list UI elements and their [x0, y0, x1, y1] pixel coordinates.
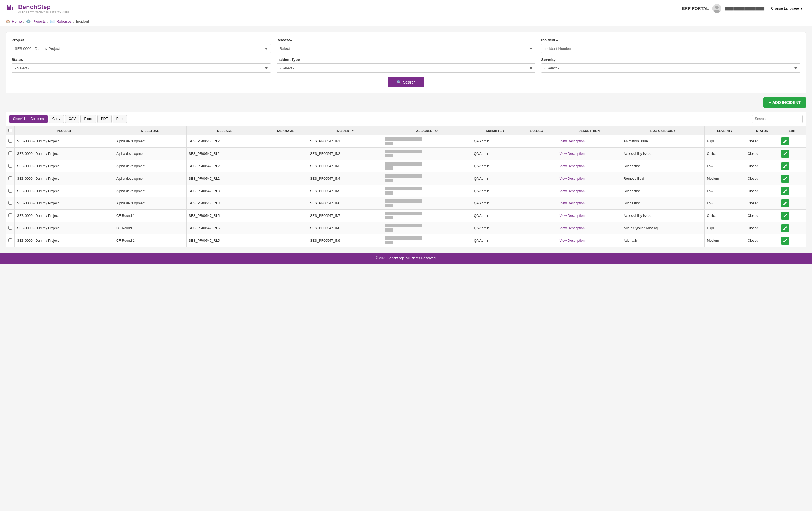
cell-description[interactable]: View Description — [557, 185, 621, 197]
cell-severity: Critical — [704, 209, 745, 222]
breadcrumb-home[interactable]: Home — [12, 19, 22, 24]
cell-milestone: Alpha development — [114, 160, 186, 172]
cell-description[interactable]: View Description — [557, 222, 621, 234]
severity-select[interactable]: - Select - — [541, 63, 801, 73]
table-row: SES-0000 - Dummy Project Alpha developme… — [6, 185, 806, 197]
toolbar-buttons: Show/Hide Columns Copy CSV Excel PDF Pri… — [9, 115, 127, 123]
search-button[interactable]: 🔍 Search — [388, 77, 424, 87]
edit-button[interactable] — [781, 224, 789, 232]
row-checkbox-2[interactable] — [6, 160, 15, 172]
row-checkbox-6[interactable] — [6, 209, 15, 222]
edit-button[interactable] — [781, 199, 789, 207]
incident-num-input[interactable] — [541, 44, 801, 53]
show-hide-columns-button[interactable]: Show/Hide Columns — [9, 115, 48, 123]
cell-edit[interactable] — [779, 209, 806, 222]
cell-submitter: QA Admin — [471, 209, 518, 222]
projects-icon: ⚙️ — [26, 19, 31, 24]
cell-incident: SES_PR00547_IN7 — [308, 209, 382, 222]
cell-bug-category: Suggestion — [621, 185, 704, 197]
cell-description[interactable]: View Description — [557, 197, 621, 209]
cell-bug-category: Accessibility Issue — [621, 209, 704, 222]
select-all-checkbox[interactable] — [8, 129, 12, 132]
row-checkbox-3[interactable] — [6, 172, 15, 185]
breadcrumb-projects[interactable]: Projects — [32, 19, 46, 24]
filter-section: Project SES-0000 - Dummy Project Release… — [6, 32, 806, 93]
cell-release: SES_PR00547_RL2 — [186, 172, 263, 185]
cell-release: SES_PR00547_RL2 — [186, 147, 263, 160]
col-milestone: MILESTONE — [114, 126, 186, 135]
copy-button[interactable]: Copy — [49, 115, 64, 123]
edit-button[interactable] — [781, 150, 789, 158]
svg-rect-2 — [10, 5, 11, 10]
svg-point-6 — [714, 10, 720, 13]
cell-milestone: Alpha development — [114, 197, 186, 209]
cell-edit[interactable] — [779, 147, 806, 160]
add-incident-button[interactable]: + ADD INCIDENT — [763, 97, 806, 108]
table-header-row: PROJECT MILESTONE RELEASE TASKNAME INCID… — [6, 126, 806, 135]
incident-num-label: Incident # — [541, 38, 801, 42]
edit-button[interactable] — [781, 237, 789, 245]
edit-button[interactable] — [781, 187, 789, 195]
project-select[interactable]: SES-0000 - Dummy Project — [11, 44, 271, 53]
release-select[interactable]: Select — [277, 44, 536, 53]
cell-project: SES-0000 - Dummy Project — [15, 209, 114, 222]
row-checkbox-8[interactable] — [6, 234, 15, 247]
cell-status: Closed — [745, 160, 779, 172]
cell-description[interactable]: View Description — [557, 234, 621, 247]
row-checkbox-7[interactable] — [6, 222, 15, 234]
change-language-button[interactable]: Change Language ▼ — [768, 5, 806, 12]
cell-submitter: QA Admin — [471, 172, 518, 185]
cell-edit[interactable] — [779, 185, 806, 197]
edit-button[interactable] — [781, 175, 789, 182]
csv-button[interactable]: CSV — [65, 115, 80, 123]
cell-edit[interactable] — [779, 135, 806, 148]
cell-description[interactable]: View Description — [557, 172, 621, 185]
cell-edit[interactable] — [779, 222, 806, 234]
cell-description[interactable]: View Description — [557, 160, 621, 172]
pdf-button[interactable]: PDF — [97, 115, 112, 123]
severity-label: Severity — [541, 57, 801, 62]
row-checkbox-4[interactable] — [6, 185, 15, 197]
cell-severity: Low — [704, 160, 745, 172]
print-button[interactable]: Print — [113, 115, 127, 123]
row-checkbox-1[interactable] — [6, 147, 15, 160]
edit-button[interactable] — [781, 137, 789, 145]
breadcrumb-sep1: / — [24, 19, 25, 24]
status-select[interactable]: - Select - — [11, 63, 271, 73]
cell-severity: Medium — [704, 234, 745, 247]
home-icon: 🏠 — [6, 19, 10, 24]
col-release: RELEASE — [186, 126, 263, 135]
cell-edit[interactable] — [779, 197, 806, 209]
cell-description[interactable]: View Description — [557, 209, 621, 222]
cell-project: SES-0000 - Dummy Project — [15, 185, 114, 197]
cell-description[interactable]: View Description — [557, 147, 621, 160]
cell-incident: SES_PR00547_IN4 — [308, 172, 382, 185]
row-checkbox-5[interactable] — [6, 197, 15, 209]
cell-edit[interactable] — [779, 172, 806, 185]
cell-edit[interactable] — [779, 160, 806, 172]
row-checkbox-0[interactable] — [6, 135, 15, 148]
table-row: SES-0000 - Dummy Project Alpha developme… — [6, 160, 806, 172]
edit-button[interactable] — [781, 162, 789, 170]
svg-rect-0 — [7, 4, 8, 10]
search-btn-label: Search — [403, 80, 415, 84]
cell-description[interactable]: View Description — [557, 135, 621, 148]
table-search-input[interactable] — [752, 115, 803, 123]
col-incident: INCIDENT # — [308, 126, 382, 135]
incident-type-select[interactable]: - Select - — [277, 63, 536, 73]
cell-project: SES-0000 - Dummy Project — [15, 222, 114, 234]
excel-button[interactable]: Excel — [80, 115, 96, 123]
table-row: SES-0000 - Dummy Project CF Round 1 SES_… — [6, 222, 806, 234]
logo-name: BenchStep — [18, 3, 69, 11]
avatar — [713, 4, 721, 13]
add-incident-row: + ADD INCIDENT — [6, 97, 806, 108]
breadcrumb-releases[interactable]: Releases — [56, 19, 71, 24]
cell-assigned-to: ████████ ████ ████████ — [382, 135, 471, 148]
cell-edit[interactable] — [779, 234, 806, 247]
cell-submitter: QA Admin — [471, 160, 518, 172]
cell-taskname — [263, 222, 308, 234]
cell-submitter: QA Admin — [471, 185, 518, 197]
edit-button[interactable] — [781, 212, 789, 220]
breadcrumb: 🏠 Home / ⚙️ Projects / ✉️ Releases / Inc… — [0, 17, 812, 26]
col-submitter: SUBMITTER — [471, 126, 518, 135]
